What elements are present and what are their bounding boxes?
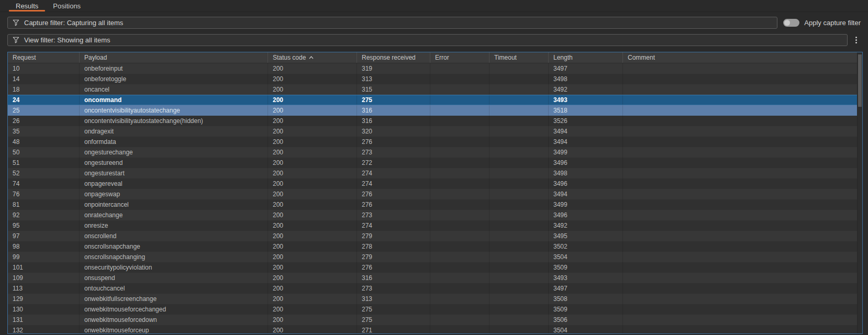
cell-length: 3496 bbox=[549, 158, 623, 168]
table-row[interactable]: 35ondragexit2003203494 bbox=[8, 126, 862, 137]
cell-payload: onsuspend bbox=[80, 273, 268, 283]
table-row[interactable]: 76onpageswap2002763494 bbox=[8, 189, 862, 199]
cell-error bbox=[430, 95, 489, 105]
table-row[interactable]: 98onscrollsnapchange2002783502 bbox=[8, 241, 862, 252]
cell-comment bbox=[623, 126, 862, 137]
cell-response-received: 273 bbox=[357, 283, 430, 294]
table-row[interactable]: 26oncontentvisibilityautostatechange(hid… bbox=[8, 116, 862, 126]
cell-error bbox=[430, 220, 489, 231]
column-header-request[interactable]: Request bbox=[8, 52, 80, 63]
column-header-length[interactable]: Length bbox=[549, 52, 623, 63]
capture-filter-label: Capture filter: Capturing all items bbox=[24, 19, 123, 27]
view-filter-bar[interactable]: View filter: Showing all items bbox=[7, 34, 848, 46]
table-row[interactable]: 92onratechange2002733496 bbox=[8, 210, 862, 220]
cell-response-received: 279 bbox=[357, 231, 430, 241]
cell-length: 3494 bbox=[549, 126, 623, 137]
vertical-scrollbar[interactable] bbox=[857, 52, 862, 333]
table-row[interactable]: 81onpointercancel2002763499 bbox=[8, 199, 862, 210]
cell-request: 109 bbox=[8, 273, 80, 283]
table-row[interactable]: 97onscrollend2002793495 bbox=[8, 231, 862, 241]
cell-request: 35 bbox=[8, 126, 80, 137]
cell-request: 74 bbox=[8, 178, 80, 189]
cell-request: 25 bbox=[8, 105, 80, 116]
view-filter-row: View filter: Showing all items bbox=[7, 34, 861, 46]
cell-error bbox=[430, 294, 489, 304]
table-row[interactable]: 52ongesturestart2002743498 bbox=[8, 168, 862, 178]
cell-comment bbox=[623, 283, 862, 294]
table-row[interactable]: 10onbeforeinput2003193497 bbox=[8, 63, 862, 74]
table-row[interactable]: 99onscrollsnapchanging2002793504 bbox=[8, 252, 862, 262]
cell-length: 3499 bbox=[549, 199, 623, 210]
cell-timeout bbox=[489, 178, 549, 189]
column-header-error[interactable]: Error bbox=[430, 52, 489, 63]
table-row[interactable]: 129onwebkitfullscreenchange2003133508 bbox=[8, 294, 862, 304]
table-row[interactable]: 130onwebkitmouseforcechanged2002753509 bbox=[8, 304, 862, 315]
column-header-label: Timeout bbox=[494, 54, 517, 61]
cell-request: 113 bbox=[8, 283, 80, 294]
cell-length: 3526 bbox=[549, 116, 623, 126]
table-row[interactable]: 50ongesturechange2002733499 bbox=[8, 147, 862, 158]
cell-comment bbox=[623, 210, 862, 220]
cell-request: 97 bbox=[8, 231, 80, 241]
scrollbar-thumb[interactable] bbox=[858, 54, 862, 107]
cell-response-received: 276 bbox=[357, 262, 430, 273]
table-row[interactable]: 132onwebkitmouseforceup2002713504 bbox=[8, 325, 862, 333]
cell-error bbox=[430, 304, 489, 315]
column-header-label: Request bbox=[13, 54, 36, 61]
cell-timeout bbox=[489, 84, 549, 95]
column-header-response-received[interactable]: Response received bbox=[357, 52, 430, 63]
column-header-timeout[interactable]: Timeout bbox=[489, 52, 549, 63]
column-header-status-code[interactable]: Status code bbox=[268, 52, 357, 63]
cell-comment bbox=[623, 147, 862, 158]
cell-length: 3504 bbox=[549, 325, 623, 333]
tab-positions[interactable]: Positions bbox=[46, 0, 88, 12]
tab-results[interactable]: Results bbox=[8, 0, 46, 12]
cell-length: 3508 bbox=[549, 294, 623, 304]
cell-status-code: 200 bbox=[268, 126, 357, 137]
table-row[interactable]: 109onsuspend2003163493 bbox=[8, 273, 862, 283]
cell-request: 92 bbox=[8, 210, 80, 220]
cell-status-code: 200 bbox=[268, 84, 357, 95]
cell-timeout bbox=[489, 273, 549, 283]
cell-payload: ongestureend bbox=[80, 158, 268, 168]
cell-payload: onscrollsnapchange bbox=[80, 241, 268, 252]
cell-request: 48 bbox=[8, 137, 80, 147]
table-row[interactable]: 48onformdata2002763494 bbox=[8, 137, 862, 147]
table-row[interactable]: 113ontouchcancel2002733497 bbox=[8, 283, 862, 294]
cell-response-received: 274 bbox=[357, 168, 430, 178]
cell-response-received: 275 bbox=[357, 304, 430, 315]
cell-status-code: 200 bbox=[268, 325, 357, 333]
table-row[interactable]: 25oncontentvisibilityautostatechange2003… bbox=[8, 105, 862, 116]
table-row[interactable]: 51ongestureend2002723496 bbox=[8, 158, 862, 168]
cell-length: 3504 bbox=[549, 252, 623, 262]
cell-length: 3496 bbox=[549, 210, 623, 220]
table-row[interactable]: 24oncommand2002753493 bbox=[8, 95, 862, 105]
tab-positions-label: Positions bbox=[53, 2, 81, 10]
table-row[interactable]: 101onsecuritypolicyviolation2002763509 bbox=[8, 262, 862, 273]
cell-status-code: 200 bbox=[268, 168, 357, 178]
cell-status-code: 200 bbox=[268, 74, 357, 84]
table-row[interactable]: 131onwebkitmouseforcedown2002753506 bbox=[8, 315, 862, 325]
cell-comment bbox=[623, 189, 862, 199]
cell-payload: onwebkitfullscreenchange bbox=[80, 294, 268, 304]
cell-payload: onpageswap bbox=[80, 189, 268, 199]
column-header-comment[interactable]: Comment bbox=[623, 52, 862, 63]
table-row[interactable]: 14onbeforetoggle2003133498 bbox=[8, 74, 862, 84]
cell-status-code: 200 bbox=[268, 283, 357, 294]
cell-response-received: 275 bbox=[357, 95, 430, 105]
cell-request: 24 bbox=[8, 95, 80, 105]
cell-payload: oncancel bbox=[80, 84, 268, 95]
cell-length: 3492 bbox=[549, 220, 623, 231]
kebab-menu-icon[interactable] bbox=[851, 34, 861, 46]
column-header-payload[interactable]: Payload bbox=[80, 52, 268, 63]
capture-filter-bar[interactable]: Capture filter: Capturing all items bbox=[7, 17, 777, 29]
cell-length: 3509 bbox=[549, 262, 623, 273]
cell-timeout bbox=[489, 95, 549, 105]
table-row[interactable]: 18oncancel2003153492 bbox=[8, 84, 862, 95]
apply-capture-filter-toggle[interactable] bbox=[783, 19, 799, 27]
cell-status-code: 200 bbox=[268, 189, 357, 199]
table-row[interactable]: 74onpagereveal2002743496 bbox=[8, 178, 862, 189]
cell-payload: onresize bbox=[80, 220, 268, 231]
table-row[interactable]: 95onresize2002743492 bbox=[8, 220, 862, 231]
cell-comment bbox=[623, 199, 862, 210]
